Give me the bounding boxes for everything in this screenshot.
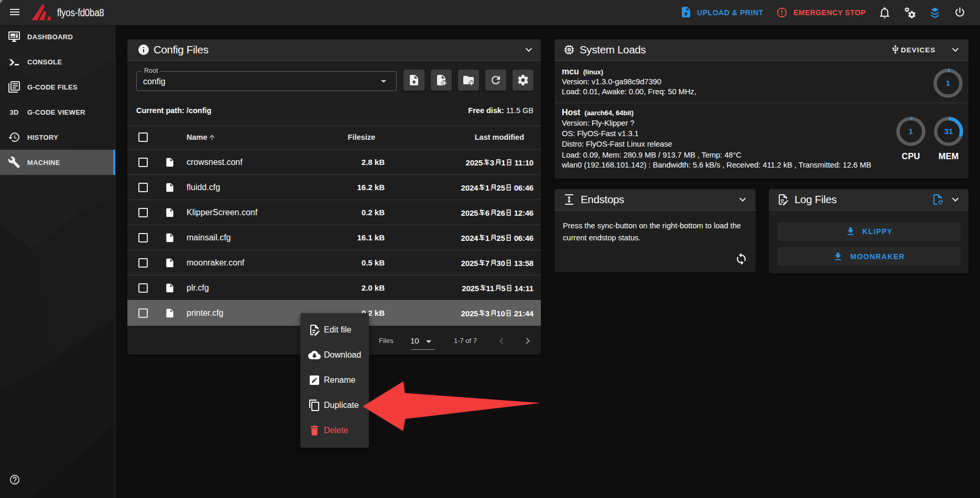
svg-text:3D: 3D	[9, 108, 18, 116]
